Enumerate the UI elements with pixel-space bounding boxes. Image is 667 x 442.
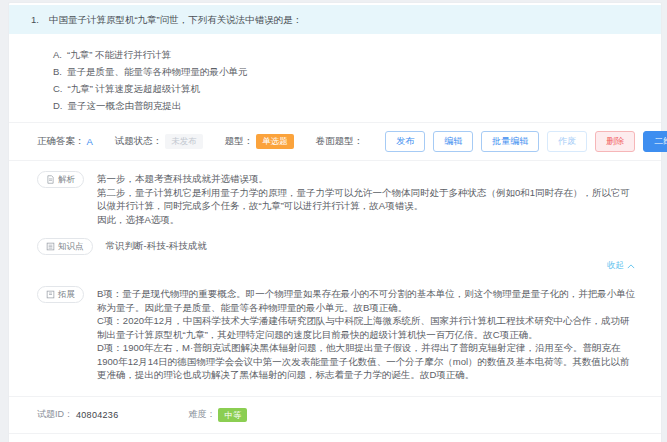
expansion-content: B项：量子是现代物理的重要概念。即一个物理量如果存在最小的不可分割的基本单位，则… bbox=[97, 286, 637, 382]
option-label: B. bbox=[53, 63, 62, 80]
expansion-badge-label: 拓展 bbox=[58, 290, 75, 299]
question-type-label: 题型： bbox=[225, 135, 254, 148]
edit-button[interactable]: 编辑 bbox=[433, 131, 473, 152]
option-text: “九章” 不能进行并行计算 bbox=[67, 46, 171, 63]
action-buttons: 发布 编辑 批量编辑 作废 删除 二维码 bbox=[385, 131, 667, 152]
knowledge-section: 知识点 常识判断-科技-科技成就 bbox=[9, 228, 661, 257]
invalidate-button[interactable]: 作废 bbox=[547, 131, 587, 152]
meta-row: 正确答案： A 试题状态： 未发布 题型： 单选题 卷面题型： 发布 编辑 批量… bbox=[9, 122, 661, 161]
question-type: 题型： 单选题 bbox=[225, 134, 294, 149]
question-id-value: 40804236 bbox=[76, 410, 118, 420]
option-list: A. “九章” 不能进行并行计算 B. 量子是质量、能量等各种物理量的最小单元 … bbox=[9, 34, 661, 122]
option-label: C. bbox=[53, 80, 63, 97]
collapse-row: 收起 bbox=[9, 257, 661, 276]
chevron-up-icon bbox=[627, 261, 635, 271]
question-id-label: 试题ID： bbox=[37, 408, 73, 421]
expansion-badge: 拓展 bbox=[37, 286, 84, 303]
option-c: C. “九章” 计算速度远超超级计算机 bbox=[53, 80, 641, 97]
correct-answer-value: A bbox=[87, 136, 93, 147]
difficulty-label: 难度： bbox=[188, 408, 215, 421]
status-badge: 未发布 bbox=[165, 134, 203, 149]
question-number: 1. bbox=[31, 13, 39, 26]
list-icon bbox=[46, 242, 55, 251]
question-meta-footer: 试题ID： 40804236 难度： 中等 bbox=[9, 396, 661, 435]
question-type-badge: 单选题 bbox=[256, 134, 294, 149]
paper-question-type-label: 卷面题型： bbox=[316, 135, 364, 148]
knowledge-badge: 知识点 bbox=[37, 238, 93, 255]
correct-answer: 正确答案： A bbox=[37, 135, 93, 148]
analysis-section: 解析 第一步，本题考查科技成就并选错误项。 第二步，量子计算机它是利用量子力学的… bbox=[9, 161, 661, 228]
paper-question-type: 卷面题型： bbox=[316, 135, 364, 148]
option-a: A. “九章” 不能进行并行计算 bbox=[53, 46, 641, 63]
question-status: 试题状态： 未发布 bbox=[115, 134, 203, 149]
option-label: A. bbox=[53, 46, 62, 63]
expansion-section: 拓展 B项：量子是现代物理的重要概念。即一个物理量如果存在最小的不可分割的基本单… bbox=[9, 276, 661, 384]
document-icon bbox=[46, 175, 55, 184]
option-text: “九章” 计算速度远超超级计算机 bbox=[68, 80, 200, 97]
analysis-content: 第一步，本题考查科技成就并选错误项。 第二步，量子计算机它是利用量子力学的原理，… bbox=[97, 171, 637, 226]
difficulty-badge: 中等 bbox=[218, 408, 247, 423]
option-text: 量子是质量、能量等各种物理量的最小单元 bbox=[67, 63, 248, 80]
analysis-badge-label: 解析 bbox=[58, 175, 75, 184]
analysis-paragraph: 因此，选择A选项。 bbox=[97, 213, 637, 227]
option-b: B. 量子是质量、能量等各种物理量的最小单元 bbox=[53, 63, 641, 80]
batch-edit-button[interactable]: 批量编辑 bbox=[481, 131, 539, 152]
question-card: 1. 中国量子计算原型机“九章”问世，下列有关说法中错误的是： A. “九章” … bbox=[8, 2, 662, 442]
option-label: D. bbox=[53, 97, 63, 114]
question-header: 1. 中国量子计算原型机“九章”问世，下列有关说法中错误的是： bbox=[9, 5, 661, 34]
qrcode-button[interactable]: 二维码 bbox=[643, 131, 667, 152]
delete-button[interactable]: 删除 bbox=[595, 131, 635, 152]
knowledge-text: 常识判断-科技-科技成就 bbox=[106, 239, 207, 253]
correct-answer-label: 正确答案： bbox=[37, 135, 85, 148]
question-stem: 中国量子计算原型机“九章”问世，下列有关说法中错误的是： bbox=[49, 13, 302, 26]
expansion-paragraph-c: C项：2020年12月，中国科学技术大学潘建伟研究团队与中科院上海微系统所、国家… bbox=[97, 314, 637, 341]
analysis-paragraph: 第二步，量子计算机它是利用量子力学的原理，量子力学可以允许一个物体同时处于多种状… bbox=[97, 186, 637, 213]
expansion-paragraph-b: B项：量子是现代物理的重要概念。即一个物理量如果存在最小的不可分割的基本单位，则… bbox=[97, 287, 637, 314]
knowledge-badge-label: 知识点 bbox=[58, 242, 84, 251]
collapse-label: 收起 bbox=[607, 260, 624, 272]
difficulty: 难度： 中等 bbox=[188, 408, 247, 423]
book-icon bbox=[46, 290, 55, 299]
publish-button[interactable]: 发布 bbox=[385, 131, 425, 152]
expansion-paragraph-d: D项：1900年左右，M·普朗克试图解决黑体辐射问题，他大胆提出量子假设，并得出… bbox=[97, 341, 637, 382]
option-text: 量子这一概念由普朗克提出 bbox=[68, 97, 182, 114]
knowledge-content: 常识判断-科技-科技成就 bbox=[106, 238, 207, 253]
question-id: 试题ID： 40804236 bbox=[37, 408, 118, 421]
analysis-paragraph: 第一步，本题考查科技成就并选错误项。 bbox=[97, 172, 637, 186]
collapse-link[interactable]: 收起 bbox=[607, 260, 635, 272]
question-status-label: 试题状态： bbox=[115, 135, 163, 148]
option-d: D. 量子这一概念由普朗克提出 bbox=[53, 97, 641, 114]
analysis-badge: 解析 bbox=[37, 171, 84, 188]
source-section: 来源 2021年全国事业单位联考职测A类模考第一季第14题、2021年全国事业单… bbox=[9, 434, 661, 442]
